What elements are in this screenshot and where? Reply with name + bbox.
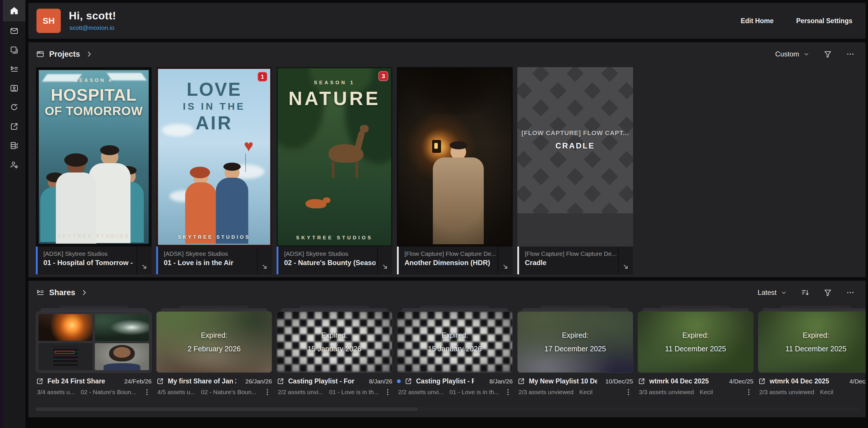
expired-label: Expired: — [201, 331, 227, 339]
share-title: My first Share of Jan 26 — [168, 377, 236, 385]
project-card-nature[interactable]: 3 SEASON 1 NATURE SKYTREE STUDIOS — [277, 67, 392, 274]
poster-title: CRADLE — [517, 142, 633, 151]
playlists-icon — [9, 64, 19, 74]
project-card-footer: [ADSK] Skytree Studios 02 - Nature's Bou… — [277, 247, 392, 274]
project-title: 01 - Love is in the Air — [164, 259, 255, 267]
inbox-mail-icon — [9, 26, 19, 36]
share-menu-button[interactable] — [266, 388, 269, 396]
poster-season: SEASON 4 — [39, 78, 149, 83]
arrow-diagonal-icon — [622, 263, 629, 270]
share-assets-meta: 3/3 assets unviewed — [639, 389, 694, 396]
shares-sort-dropdown[interactable]: Latest — [758, 288, 787, 297]
project-card-another-dimension[interactable]: [Flow Capture] Flow Capture De... Anothe… — [397, 67, 513, 274]
share-project-meta: 01 - Love is in th... — [450, 389, 499, 396]
share-card[interactable]: Expired: 15 January 2026 Casting Playlis… — [277, 306, 392, 396]
share-card[interactable]: Feb 24 First Share 24/Feb/26 3/4 assets … — [36, 306, 152, 396]
open-project-button[interactable] — [498, 247, 513, 274]
sidebar-item-dailies[interactable] — [3, 136, 26, 155]
share-date: 8/Jan/26 — [489, 378, 513, 385]
shares-panel: Shares Latest — [28, 281, 866, 417]
share-card[interactable]: Expired: 15 January 2026 Casting Playlis… — [397, 306, 513, 396]
arrow-diagonal-icon — [502, 263, 509, 270]
stack-indicator — [540, 306, 610, 308]
share-icon — [156, 377, 164, 385]
projects-title[interactable]: Projects — [49, 50, 80, 59]
more-options-icon[interactable] — [846, 288, 855, 297]
share-assets-meta: 3/4 assets u... — [37, 389, 75, 396]
project-subtitle: [ADSK] Skytree Studios — [284, 250, 376, 257]
sidebar-item-home[interactable] — [3, 0, 26, 22]
share-date: 26/Jan/26 — [245, 378, 272, 385]
poster-art-nature: 3 SEASON 1 NATURE SKYTREE STUDIOS — [277, 67, 392, 247]
share-project-meta: Kecil — [820, 389, 833, 396]
chevron-right-icon[interactable] — [80, 288, 89, 297]
expired-label: Expired: — [562, 331, 589, 339]
share-card[interactable]: Expired: 11 December 2025 wtmrk 04 Dec 2… — [638, 306, 753, 396]
share-card[interactable]: Expired: 2 February 2026 My first Share … — [156, 306, 272, 396]
thumb-fire — [38, 314, 93, 341]
sidebar-item-shares[interactable] — [3, 117, 26, 136]
share-assets-meta: 2/2 assets unvi... — [278, 389, 323, 396]
poster-title-line1: NATURE — [278, 87, 391, 110]
projects-sort-dropdown[interactable]: Custom — [775, 50, 810, 58]
share-assets-meta: 2/3 assets unviewed — [759, 389, 814, 396]
sidebar-item-inbox[interactable] — [3, 22, 26, 40]
filter-icon[interactable] — [824, 50, 832, 58]
open-project-button[interactable] — [618, 247, 633, 274]
stack-indicator — [420, 306, 490, 308]
share-card[interactable]: Expired: 11 December 2025 wtmrk 04 Dec 2… — [758, 306, 866, 396]
projects-section-icon — [36, 50, 44, 58]
poster-title-line2: IS IN THE — [158, 101, 270, 112]
poster-title-line1: LOVE — [158, 79, 270, 100]
share-menu-button[interactable] — [386, 388, 390, 396]
unread-indicator — [397, 379, 401, 383]
expired-date: 15 January 2026 — [428, 345, 482, 353]
stack-indicator — [59, 306, 128, 308]
open-project-button[interactable] — [136, 247, 152, 274]
share-project-meta: 02 - Nature's Boun... — [201, 389, 257, 396]
shares-title[interactable]: Shares — [49, 288, 75, 297]
more-options-icon[interactable] — [846, 50, 855, 58]
share-thumbnail: Expired: 11 December 2025 — [758, 311, 866, 373]
poster-title-line3: AIR — [158, 112, 270, 134]
email-link[interactable]: scott@moxion.io — [69, 24, 115, 31]
home-icon — [9, 6, 19, 16]
project-card-footer: [ADSK] Skytree Studios 01 - Love is in t… — [156, 247, 272, 274]
thumb-screenshot — [38, 343, 93, 370]
share-date: 24/Feb/26 — [124, 378, 152, 385]
sidebar-item-contacts[interactable] — [3, 79, 26, 98]
open-project-button[interactable] — [257, 247, 272, 274]
sidebar-item-user-settings[interactable] — [3, 155, 26, 174]
poster-figure — [55, 157, 97, 244]
thumb-portrait — [95, 343, 149, 370]
edit-home-button[interactable]: Edit Home — [741, 17, 774, 25]
open-project-button[interactable] — [377, 247, 392, 274]
share-card[interactable]: Expired: 17 December 2025 My New Playlis… — [517, 306, 633, 396]
sidebar-item-playlists[interactable] — [3, 60, 26, 79]
personal-settings-button[interactable]: Personal Settings — [796, 17, 852, 25]
horizontal-scrollbar-track[interactable] — [36, 407, 861, 411]
horizontal-scrollbar-thumb[interactable] — [36, 407, 418, 411]
project-card-love[interactable]: 1 LOVE IS IN THE AIR ♥ — [156, 67, 272, 274]
share-menu-button[interactable] — [747, 388, 750, 396]
share-menu-button[interactable] — [506, 388, 510, 396]
poster-title-line1: HOSPITAL — [39, 85, 149, 104]
sidebar-item-links[interactable] — [3, 98, 26, 117]
project-subtitle: [Flow Capture] Flow Capture De... — [525, 250, 616, 257]
sort-order-icon[interactable] — [801, 288, 810, 297]
filter-icon[interactable] — [824, 288, 832, 297]
poster-art-hospital: SEASON 4 HOSPITAL OF TOMORROW — [36, 67, 152, 247]
project-card-hospital[interactable]: SEASON 4 HOSPITAL OF TOMORROW — [36, 67, 152, 274]
chevron-right-icon[interactable] — [85, 50, 93, 58]
share-title: Feb 24 First Share — [48, 377, 105, 385]
project-title: Another Dimension (HDR) — [404, 259, 496, 267]
project-card-cradle[interactable]: [FLOW CAPTURE] FLOW CAPT... CRADLE [Flow… — [517, 67, 633, 274]
sidebar-item-projects[interactable] — [3, 40, 26, 60]
share-menu-button[interactable] — [145, 388, 149, 396]
expired-date: 17 December 2025 — [545, 345, 606, 353]
notification-badge: 1 — [257, 72, 267, 82]
avatar[interactable]: SH — [36, 9, 61, 33]
share-menu-button[interactable] — [627, 388, 630, 396]
share-external-icon — [9, 122, 19, 131]
window-edge — [0, 0, 3, 428]
